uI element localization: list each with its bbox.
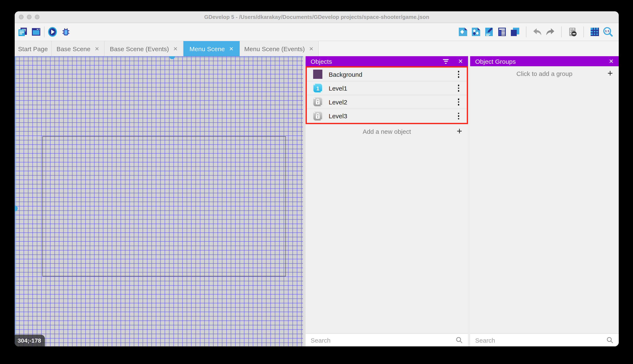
- close-tab-icon[interactable]: ✕: [95, 46, 99, 52]
- tab-label: Base Scene (Events): [110, 45, 169, 52]
- objects-panel-icon[interactable]: [458, 27, 468, 37]
- search-icon: [455, 336, 463, 344]
- minimize-window-icon[interactable]: [27, 15, 32, 19]
- tab-label: Menu Scene (Events): [244, 45, 305, 52]
- objects-search-bar: [305, 334, 468, 346]
- gdevelop-window: GDevelop 5 - /Users/dkarakay/Documents/G…: [15, 11, 619, 346]
- svg-text:1: 1: [316, 85, 319, 92]
- cursor-coordinates: 304;-178: [18, 337, 41, 344]
- panel-resize-handle[interactable]: [303, 56, 305, 346]
- tab-label: Menu Scene: [189, 45, 225, 52]
- close-tab-icon[interactable]: ✕: [309, 46, 313, 52]
- toolbar-separator: [561, 26, 562, 37]
- plus-icon: +: [457, 127, 462, 136]
- panel-divider[interactable]: [468, 56, 470, 346]
- tab-menu-scene-events[interactable]: Menu Scene (Events) ✕: [240, 41, 319, 56]
- objects-panel: Objects ✕ Background 1 Level1: [305, 56, 468, 346]
- main-toolbar: 1:1: [15, 23, 619, 41]
- add-new-object-label: Add a new object: [305, 128, 468, 135]
- redo-icon[interactable]: [545, 27, 555, 37]
- object-menu-icon[interactable]: [458, 71, 459, 78]
- object-row-level3[interactable]: Level3: [307, 109, 467, 123]
- object-row-background[interactable]: Background: [307, 68, 467, 81]
- tab-label: Base Scene: [57, 45, 91, 52]
- object-name: Background: [329, 71, 362, 78]
- close-panel-icon[interactable]: ✕: [458, 58, 463, 64]
- window-title: GDevelop 5 - /Users/dkarakay/Documents/G…: [204, 14, 429, 20]
- traffic-lights: [19, 11, 40, 23]
- locked-button-icon: [313, 111, 323, 121]
- scene-editor-canvas[interactable]: 304;-178: [15, 56, 303, 346]
- object-groups-panel: Object Groups ✕ Click to add a group +: [470, 56, 619, 346]
- tab-bar: Start Page Base Scene ✕ Base Scene (Even…: [15, 41, 619, 56]
- object-groups-panel-header: Object Groups ✕: [470, 56, 619, 66]
- svg-text:1:1: 1:1: [605, 29, 609, 33]
- object-name: Level1: [329, 84, 347, 92]
- zoom-1to1-icon[interactable]: 1:1: [603, 27, 613, 37]
- cursor-coordinates-badge: 304;-178: [15, 335, 45, 346]
- level1-button-icon: 1: [313, 83, 323, 93]
- object-name: Level3: [329, 112, 347, 120]
- object-groups-icon[interactable]: [471, 27, 481, 37]
- close-panel-icon[interactable]: ✕: [609, 58, 614, 64]
- undo-icon[interactable]: [532, 27, 542, 37]
- close-tab-icon[interactable]: ✕: [229, 46, 234, 52]
- debug-icon[interactable]: [61, 27, 71, 37]
- horizontal-scrollbar-thumb[interactable]: [169, 56, 175, 59]
- tab-base-scene[interactable]: Base Scene ✕: [52, 41, 105, 56]
- toolbar-separator: [526, 26, 526, 37]
- search-icon: [606, 336, 614, 344]
- window-mask-icon[interactable]: [567, 27, 578, 37]
- object-groups-search-input[interactable]: [470, 334, 619, 346]
- toolbar-separator: [583, 26, 584, 37]
- objects-list-selection: Background 1 Level1 Level: [305, 66, 468, 124]
- object-row-level2[interactable]: Level2: [307, 95, 467, 109]
- tab-base-scene-events[interactable]: Base Scene (Events) ✕: [105, 41, 183, 56]
- close-tab-icon[interactable]: ✕: [173, 46, 178, 52]
- add-group-button[interactable]: Click to add a group +: [470, 66, 619, 80]
- object-groups-search-bar: [470, 334, 619, 346]
- instances-list-icon[interactable]: [497, 27, 507, 37]
- object-name: Level2: [329, 98, 347, 106]
- title-bar: GDevelop 5 - /Users/dkarakay/Documents/G…: [15, 11, 619, 23]
- objects-panel-header: Objects ✕: [305, 56, 468, 66]
- locked-button-icon: [313, 97, 323, 107]
- grid-icon[interactable]: [590, 27, 600, 37]
- add-new-object-button[interactable]: Add a new object +: [305, 124, 468, 138]
- objects-panel-title: Objects: [311, 58, 443, 65]
- add-group-label: Click to add a group: [470, 70, 619, 77]
- filter-icon[interactable]: [443, 59, 449, 64]
- objects-panel-empty-area: [305, 138, 468, 334]
- vertical-scrollbar-thumb[interactable]: [15, 206, 18, 211]
- layers-icon[interactable]: [510, 27, 520, 37]
- start-page-icon[interactable]: [31, 27, 41, 37]
- tab-bar-empty-space: [319, 41, 619, 56]
- project-manager-icon[interactable]: [18, 27, 28, 37]
- object-menu-icon[interactable]: [458, 85, 459, 92]
- plus-icon: +: [607, 69, 613, 78]
- play-icon[interactable]: [48, 27, 58, 37]
- close-window-icon[interactable]: [19, 15, 24, 19]
- properties-icon[interactable]: [484, 27, 494, 37]
- tab-label: Start Page: [18, 45, 48, 52]
- objects-search-input[interactable]: [305, 334, 468, 346]
- vertical-scrollbar[interactable]: [15, 56, 16, 346]
- object-menu-icon[interactable]: [458, 112, 459, 120]
- game-resolution-frame: [42, 136, 286, 276]
- object-menu-icon[interactable]: [458, 98, 459, 106]
- horizontal-scrollbar[interactable]: [15, 56, 303, 58]
- tab-menu-scene[interactable]: Menu Scene ✕: [183, 41, 240, 56]
- toolbar-separator: [44, 26, 45, 37]
- object-groups-panel-title: Object Groups: [475, 58, 609, 65]
- background-swatch-icon: [313, 69, 323, 79]
- maximize-window-icon[interactable]: [35, 15, 40, 19]
- object-groups-empty-area: [470, 80, 619, 334]
- tab-start-page[interactable]: Start Page: [15, 41, 52, 56]
- object-row-level1[interactable]: 1 Level1: [307, 81, 467, 95]
